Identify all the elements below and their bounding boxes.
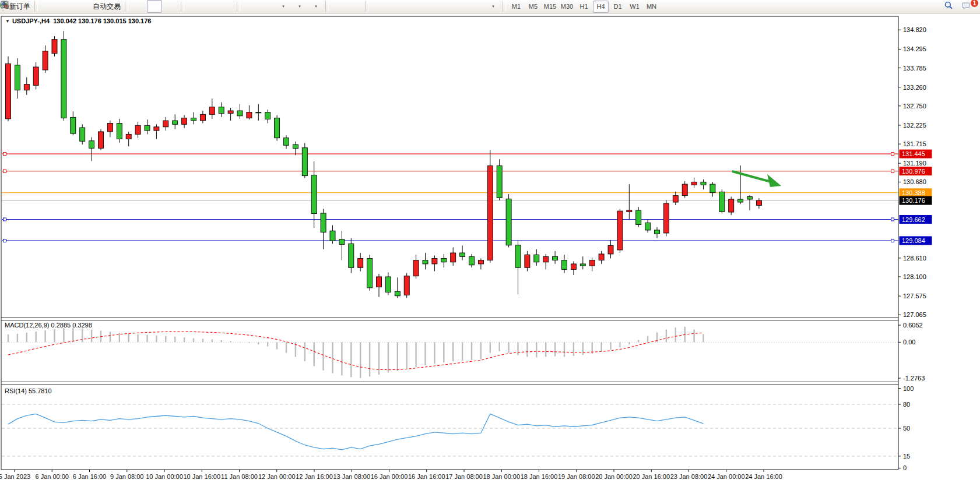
price-tick-label: 132.225: [903, 122, 926, 129]
bar-chart-type-button[interactable]: [131, 0, 146, 13]
signals-icon-button[interactable]: [73, 0, 88, 13]
timeframe-button-w1[interactable]: W1: [627, 1, 642, 13]
bear-candle: [80, 128, 85, 141]
timeframe-button-m30[interactable]: M30: [559, 1, 575, 13]
bear-candle: [173, 121, 178, 124]
bear-candle: [265, 112, 271, 119]
time-tick-label: 17 Jan 08:00: [445, 473, 483, 480]
bull-candle: [451, 253, 456, 262]
candlestick-type-button[interactable]: [147, 0, 162, 13]
price-tick-label: 128.610: [903, 255, 926, 262]
auto-trading-button[interactable]: 自动交易: [89, 0, 122, 13]
chat-bubble-icon: [961, 1, 971, 10]
cursor-button[interactable]: [331, 0, 346, 13]
arrows-button[interactable]: ▾: [485, 0, 500, 13]
notifications-button[interactable]: 1: [961, 1, 976, 13]
timeframe-button-m1[interactable]: M1: [508, 1, 524, 13]
macd-indicator-label: MACD(12,26,9) 0.2885 0.3298: [5, 322, 92, 329]
chart-canvas: 134.820134.295133.785133.260132.750132.2…: [0, 13, 980, 483]
line-drag-handle-icon[interactable]: [3, 170, 6, 172]
bear-candle: [385, 277, 391, 292]
periods-button[interactable]: ▾: [291, 0, 307, 13]
trend-arrow-annotation[interactable]: [732, 171, 781, 187]
crosshair-button[interactable]: [347, 0, 363, 13]
rsi-tick-label: 15: [903, 453, 910, 460]
bear-candle: [311, 175, 317, 213]
line-drag-handle-icon[interactable]: [3, 239, 6, 242]
time-tick-label: 16 Jan 00:00: [371, 473, 408, 480]
time-tick-label: 12 Jan 00:00: [258, 473, 296, 480]
zoom-out-button[interactable]: [203, 0, 218, 13]
bear-candle: [645, 223, 651, 230]
auto-scroll-button[interactable]: [243, 0, 258, 13]
new-chart-button[interactable]: ▾: [275, 0, 290, 13]
ohlc-values: 130.042 130.176 130.015 130.176: [53, 17, 151, 24]
new-order-button[interactable]: 新订单: [6, 0, 32, 13]
timeframe-button-h1[interactable]: H1: [576, 1, 592, 13]
bull-candle: [126, 134, 131, 139]
bull-candle: [247, 112, 252, 118]
bear-candle: [367, 258, 373, 287]
time-axis[interactable]: 5 Jan 20236 Jan 00:006 Jan 16:009 Jan 08…: [0, 470, 782, 480]
bear-candle: [469, 256, 475, 265]
bear-candle: [145, 125, 150, 131]
line-drag-handle-icon[interactable]: [3, 153, 6, 156]
tile-windows-button[interactable]: [219, 0, 234, 13]
bull-candle: [627, 210, 632, 212]
price-tick-label: 133.785: [903, 65, 926, 72]
bull-candle: [729, 199, 734, 212]
price-tick-label: 127.575: [903, 292, 926, 299]
bear-candle: [237, 111, 243, 116]
line-chart-type-button[interactable]: [163, 0, 178, 13]
horizontal-line-button[interactable]: [387, 0, 402, 13]
timeframe-button-m15[interactable]: M15: [542, 1, 558, 13]
line-drag-handle-icon[interactable]: [3, 218, 6, 221]
timeframe-button-h4[interactable]: H4: [593, 1, 609, 13]
bear-candle: [191, 118, 196, 121]
indicators-button[interactable]: ▾: [308, 0, 323, 13]
equidistant-channel-button[interactable]: E: [420, 0, 435, 13]
timeframe-button-d1[interactable]: D1: [610, 1, 626, 13]
macd-tick-label: -1.2763: [903, 375, 925, 382]
toolbar-separator: [237, 1, 240, 12]
bear-candle: [330, 231, 335, 241]
price-tick-label: 134.295: [903, 45, 926, 52]
community-icon-button[interactable]: [57, 0, 72, 13]
periods-button-dropdown-arrow[interactable]: ▾: [298, 4, 301, 9]
text-label-button[interactable]: T: [469, 0, 484, 13]
bull-candle: [487, 166, 493, 260]
timeframe-button-mn[interactable]: MN: [644, 1, 659, 13]
trend-arrow-head-icon[interactable]: [767, 174, 781, 187]
bear-candle: [497, 166, 502, 198]
new-order-button-label: 新订单: [9, 2, 30, 12]
bear-candle: [710, 184, 715, 193]
current-price-label: 130.176: [902, 197, 925, 204]
symbol-label: USDJPY-,H4: [12, 17, 50, 24]
zoom-in-button[interactable]: [187, 0, 202, 13]
pane-borders: [1, 16, 898, 470]
arrows-button-dropdown-arrow[interactable]: ▾: [492, 4, 494, 9]
price-tick-label: 131.190: [903, 160, 926, 167]
search-button[interactable]: [944, 1, 960, 13]
chevron-down-icon[interactable]: ▼: [5, 19, 10, 24]
line-drag-handle-icon[interactable]: [891, 153, 894, 156]
time-tick-label: 6 Jan 16:00: [73, 473, 107, 480]
vertical-line-button[interactable]: [371, 0, 386, 13]
timeframe-button-m5[interactable]: M5: [525, 1, 541, 13]
trendline-button[interactable]: [403, 0, 419, 13]
line-drag-handle-icon[interactable]: [891, 170, 894, 172]
price-axis[interactable]: 134.820134.295133.785133.260132.750132.2…: [898, 26, 932, 471]
price-tick-label: 130.680: [903, 178, 926, 185]
bear-candle: [534, 255, 539, 262]
line-drag-handle-icon[interactable]: [891, 218, 894, 221]
trend-arrow-line[interactable]: [732, 171, 771, 182]
text-button[interactable]: A: [452, 0, 468, 13]
indicators-button-dropdown-arrow[interactable]: ▾: [315, 4, 317, 9]
bear-candle: [71, 117, 76, 133]
macd-tick-label: 0.00: [903, 339, 915, 345]
chart-shift-button[interactable]: [259, 0, 274, 13]
line-drag-handle-icon[interactable]: [891, 239, 894, 242]
market-watch-icon-button[interactable]: [40, 0, 55, 13]
new-chart-button-dropdown-arrow[interactable]: ▾: [282, 4, 284, 9]
fibonacci-button[interactable]: F: [436, 0, 451, 13]
